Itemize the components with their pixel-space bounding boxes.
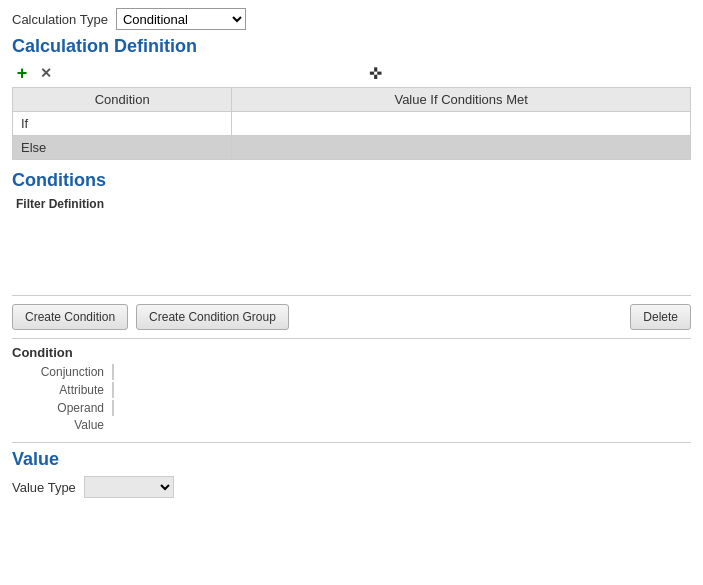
value-section-title: Value bbox=[12, 449, 691, 470]
table-header-row: Condition Value If Conditions Met bbox=[13, 88, 691, 112]
condition-table: Condition Value If Conditions Met If Els… bbox=[12, 87, 691, 160]
move-icon: ✜ bbox=[369, 65, 382, 82]
add-row-button[interactable]: + bbox=[12, 63, 32, 83]
value-type-row: Value Type bbox=[12, 476, 691, 498]
form-row-conjunction: Conjunction bbox=[12, 364, 691, 380]
calc-def-toolbar: + ✕ ✜ bbox=[12, 63, 691, 83]
conditions-section: Conditions Filter Definition Create Cond… bbox=[12, 170, 691, 432]
table-row[interactable]: If bbox=[13, 112, 691, 136]
row-else-value bbox=[232, 136, 691, 160]
conditions-title: Conditions bbox=[12, 170, 691, 191]
page-container: Calculation Type Conditional Simple Look… bbox=[0, 0, 703, 506]
create-condition-button[interactable]: Create Condition bbox=[12, 304, 128, 330]
calc-type-label: Calculation Type bbox=[12, 12, 108, 27]
calc-def-section: Calculation Definition + ✕ ✜ Condition V… bbox=[12, 36, 691, 160]
value-type-select[interactable] bbox=[84, 476, 174, 498]
calc-type-select[interactable]: Conditional Simple Lookup bbox=[116, 8, 246, 30]
buttons-row: Create Condition Create Condition Group … bbox=[12, 295, 691, 330]
delete-button[interactable]: Delete bbox=[630, 304, 691, 330]
column-condition: Condition bbox=[13, 88, 232, 112]
filter-def-label: Filter Definition bbox=[16, 197, 691, 211]
operand-separator bbox=[112, 400, 114, 416]
form-row-value: Value bbox=[12, 418, 691, 432]
row-if-condition: If bbox=[13, 112, 232, 136]
form-row-attribute: Attribute bbox=[12, 382, 691, 398]
value-label: Value bbox=[12, 418, 112, 432]
remove-row-button[interactable]: ✕ bbox=[36, 63, 56, 83]
condition-form-title: Condition bbox=[12, 345, 691, 360]
conjunction-label: Conjunction bbox=[12, 365, 112, 379]
form-row-operand: Operand bbox=[12, 400, 691, 416]
conditions-content-area bbox=[12, 215, 691, 295]
column-value-if-met: Value If Conditions Met bbox=[232, 88, 691, 112]
x-icon: ✕ bbox=[40, 66, 52, 80]
operand-label: Operand bbox=[12, 401, 112, 415]
attribute-label: Attribute bbox=[12, 383, 112, 397]
plus-icon: + bbox=[17, 64, 28, 82]
calc-type-row: Calculation Type Conditional Simple Look… bbox=[12, 8, 691, 30]
table-row[interactable]: Else bbox=[13, 136, 691, 160]
condition-form: Condition Conjunction Attribute Operand … bbox=[12, 338, 691, 432]
value-section: Value Value Type bbox=[12, 442, 691, 498]
calc-def-title: Calculation Definition bbox=[12, 36, 691, 57]
value-type-label: Value Type bbox=[12, 480, 76, 495]
attribute-separator bbox=[112, 382, 114, 398]
row-else-condition: Else bbox=[13, 136, 232, 160]
create-condition-group-button[interactable]: Create Condition Group bbox=[136, 304, 289, 330]
row-if-value bbox=[232, 112, 691, 136]
conjunction-separator bbox=[112, 364, 114, 380]
